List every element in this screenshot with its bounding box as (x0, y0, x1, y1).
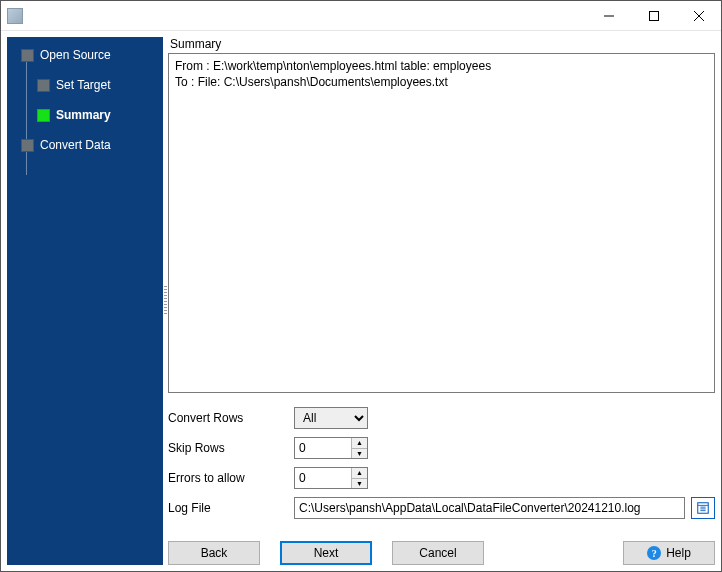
step-box-icon (21, 49, 34, 62)
skip-rows-input[interactable] (295, 438, 351, 458)
log-file-browse-button[interactable] (691, 497, 715, 519)
step-box-icon (37, 79, 50, 92)
step-box-icon (37, 109, 50, 122)
convert-rows-select[interactable]: All (294, 407, 368, 429)
minimize-button[interactable] (586, 1, 631, 30)
summary-label: Summary (170, 37, 715, 51)
errors-input[interactable] (295, 468, 351, 488)
log-file-label: Log File (168, 501, 294, 515)
main-panel: Summary From : E:\work\temp\nton\employe… (168, 37, 715, 565)
step-label: Open Source (40, 48, 111, 62)
step-label: Convert Data (40, 138, 111, 152)
back-button[interactable]: Back (168, 541, 260, 565)
step-label: Set Target (56, 78, 110, 92)
step-label: Summary (56, 108, 111, 122)
skip-rows-down[interactable]: ▼ (352, 449, 367, 459)
errors-stepper[interactable]: ▲ ▼ (294, 467, 368, 489)
options-form: Convert Rows All Skip Rows ▲ ▼ Errors to… (168, 407, 715, 527)
wizard-footer: Back Next Cancel ? Help (168, 541, 715, 565)
skip-rows-label: Skip Rows (168, 441, 294, 455)
skip-rows-up[interactable]: ▲ (352, 438, 367, 449)
help-label: Help (666, 546, 691, 560)
convert-rows-label: Convert Rows (168, 411, 294, 425)
wizard-step-summary[interactable]: Summary (37, 108, 159, 122)
next-button[interactable]: Next (280, 541, 372, 565)
help-icon: ? (647, 546, 661, 560)
svg-rect-1 (649, 11, 658, 20)
errors-label: Errors to allow (168, 471, 294, 485)
log-file-input[interactable] (294, 497, 685, 519)
summary-text[interactable]: From : E:\work\temp\nton\employees.html … (168, 53, 715, 393)
svg-rect-4 (698, 503, 709, 514)
help-button[interactable]: ? Help (623, 541, 715, 565)
wizard-step-set-target[interactable]: Set Target (37, 78, 159, 92)
app-icon (7, 8, 23, 24)
wizard-sidebar: Open SourceSet TargetSummaryConvert Data (7, 37, 163, 565)
titlebar (1, 1, 721, 31)
errors-up[interactable]: ▲ (352, 468, 367, 479)
errors-down[interactable]: ▼ (352, 479, 367, 489)
window-controls (586, 1, 721, 30)
step-box-icon (21, 139, 34, 152)
tree-line (26, 57, 27, 175)
cancel-button[interactable]: Cancel (392, 541, 484, 565)
close-button[interactable] (676, 1, 721, 30)
skip-rows-stepper[interactable]: ▲ ▼ (294, 437, 368, 459)
wizard-step-open-source[interactable]: Open Source (21, 48, 159, 62)
wizard-step-convert-data[interactable]: Convert Data (21, 138, 159, 152)
maximize-button[interactable] (631, 1, 676, 30)
